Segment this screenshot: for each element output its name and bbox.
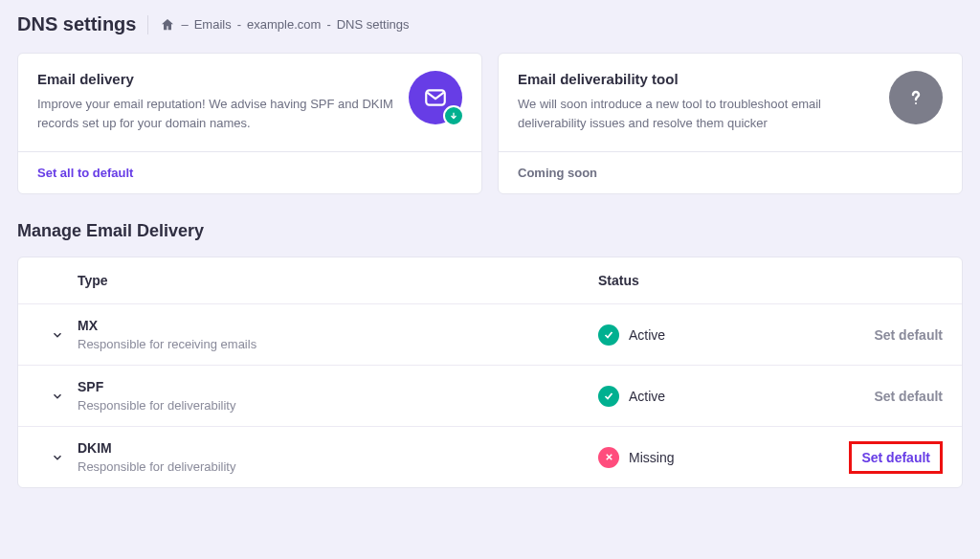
row-sublabel: Responsible for deliverability	[78, 398, 598, 413]
col-status: Status	[598, 273, 790, 288]
breadcrumb-domain[interactable]: example.com	[247, 17, 321, 32]
email-delivery-icon	[409, 71, 462, 124]
row-sublabel: Responsible for deliverability	[78, 459, 598, 474]
expand-toggle[interactable]	[37, 390, 78, 403]
card-title: Email delivery	[37, 71, 393, 87]
x-icon	[598, 447, 619, 468]
home-icon[interactable]	[160, 17, 175, 33]
expand-toggle[interactable]	[37, 328, 78, 342]
row-label: MX	[78, 318, 598, 333]
breadcrumb-sep: -	[237, 17, 241, 32]
chevron-down-icon	[51, 328, 64, 342]
row-label: SPF	[78, 379, 598, 394]
row-info: DKIMResponsible for deliverability	[78, 440, 598, 474]
table-header: Type Status	[18, 257, 962, 303]
status-text: Active	[629, 327, 665, 343]
row-info: SPFResponsible for deliverability	[78, 379, 598, 413]
cards-row: Email delivery Improve your email reputa…	[17, 53, 963, 194]
set-default-button[interactable]: Set default	[874, 327, 943, 343]
status-cell: Missing	[598, 447, 790, 468]
deliverability-tool-card: Email deliverability tool We will soon i…	[498, 53, 963, 194]
action-cell: Set default	[790, 389, 943, 404]
status-text: Active	[629, 389, 665, 404]
breadcrumb: – Emails - example.com - DNS settings	[160, 17, 409, 33]
row-sublabel: Responsible for receiving emails	[78, 337, 598, 351]
card-desc: We will soon introduce a new tool to tro…	[518, 95, 874, 132]
table-row: DKIMResponsible for deliverabilityMissin…	[18, 426, 962, 487]
breadcrumb-sep: –	[181, 17, 188, 32]
page-title: DNS settings	[17, 13, 136, 35]
action-cell: Set default	[790, 441, 943, 474]
status-cell: Active	[598, 324, 790, 346]
chevron-down-icon	[51, 390, 64, 403]
breadcrumb-emails[interactable]: Emails	[194, 17, 232, 32]
table-row: MXResponsible for receiving emailsActive…	[18, 303, 962, 365]
coming-soon-label: Coming soon	[518, 166, 597, 180]
status-text: Missing	[629, 450, 674, 465]
card-desc: Improve your email reputation! We advise…	[37, 95, 393, 132]
question-icon	[889, 71, 943, 124]
page-header: DNS settings – Emails - example.com - DN…	[17, 13, 963, 35]
section-title: Manage Email Delivery	[17, 221, 963, 241]
highlight-box: Set default	[849, 441, 943, 474]
breadcrumb-current: DNS settings	[337, 17, 410, 32]
action-cell: Set default	[790, 327, 943, 343]
col-type: Type	[78, 273, 598, 288]
divider	[147, 15, 148, 34]
table-row: SPFResponsible for deliverabilityActiveS…	[18, 365, 962, 426]
check-icon	[598, 324, 619, 346]
email-delivery-card: Email delivery Improve your email reputa…	[17, 53, 482, 194]
breadcrumb-sep: -	[326, 17, 330, 32]
svg-point-1	[915, 102, 917, 104]
set-default-button[interactable]: Set default	[874, 389, 943, 404]
download-badge-icon	[443, 105, 464, 126]
row-info: MXResponsible for receiving emails	[78, 318, 598, 351]
check-icon	[598, 386, 619, 407]
expand-toggle[interactable]	[37, 451, 78, 464]
email-delivery-table: Type Status MXResponsible for receiving …	[17, 257, 963, 488]
status-cell: Active	[598, 386, 790, 407]
set-default-button[interactable]: Set default	[861, 450, 930, 465]
chevron-down-icon	[51, 451, 64, 464]
deliverability-tool-icon	[889, 71, 943, 124]
card-title: Email deliverability tool	[518, 71, 874, 87]
set-all-default-link[interactable]: Set all to default	[37, 166, 133, 180]
row-label: DKIM	[78, 440, 598, 456]
